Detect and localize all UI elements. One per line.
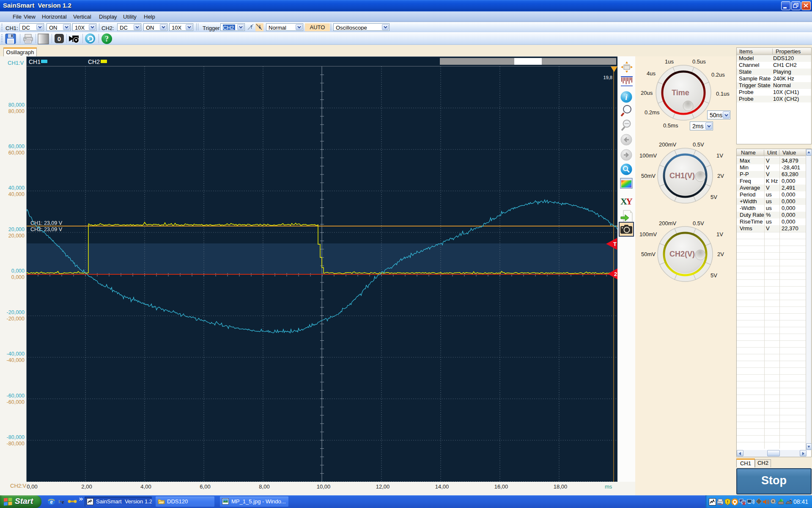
svg-text:2: 2 xyxy=(614,271,617,277)
svg-text:i: i xyxy=(625,93,628,102)
svg-text:!: ! xyxy=(727,500,728,505)
svg-text:CH1: 23,09 V: CH1: 23,09 V xyxy=(30,220,63,226)
svg-text:0: 0 xyxy=(58,35,61,42)
svg-text:CH1(V): CH1(V) xyxy=(669,171,695,180)
svg-text:Y: Y xyxy=(626,196,633,206)
svg-text:CH2: 23,09 V: CH2: 23,09 V xyxy=(30,226,63,232)
svg-text:e: e xyxy=(62,499,64,505)
svg-text:Time: Time xyxy=(672,88,689,97)
svg-text:19,8: 19,8 xyxy=(604,75,612,80)
svg-text:T: T xyxy=(613,241,617,247)
svg-text:CH2(V): CH2(V) xyxy=(669,250,695,258)
svg-text:?: ? xyxy=(105,35,109,43)
